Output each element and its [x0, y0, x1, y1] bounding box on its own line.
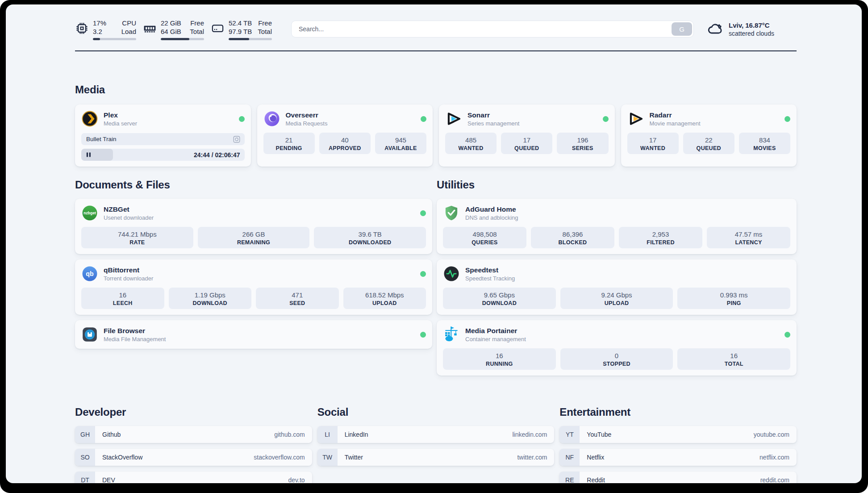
- bookmark-name: Reddit: [587, 476, 605, 483]
- stat-label: FILTERED: [621, 239, 701, 246]
- app-subtitle: Container management: [465, 336, 526, 343]
- search-engine-button[interactable]: G: [672, 22, 692, 36]
- stat-value: 16: [83, 291, 163, 299]
- disk-widget: 52.4 TBFree 97.9 TBTotal: [211, 18, 272, 40]
- bookmark-stackoverflow[interactable]: SO StackOverflow stackoverflow.com: [75, 449, 312, 466]
- stat-box: 196SERIES: [557, 133, 608, 154]
- stat-value: 0.993 ms: [679, 291, 789, 299]
- stat-label: UPLOAD: [562, 300, 672, 306]
- stat-box: 21PENDING: [263, 133, 315, 154]
- cpu-percent: 17%: [93, 19, 106, 27]
- disk-icon: [211, 21, 225, 35]
- app-card-overseerr[interactable]: Overseerr Media Requests 21PENDING 40APP…: [257, 104, 433, 167]
- stat-box: 744.21 MbpsRATE: [81, 227, 193, 248]
- section-title-media: Media: [75, 84, 797, 96]
- app-card-sonarr[interactable]: Sonarr Series management 485WANTED 17QUE…: [439, 104, 615, 167]
- bookmark-name: LinkedIn: [345, 431, 368, 438]
- utilities-column: Utilities AdGuard Home DNS and adblockin…: [437, 179, 797, 381]
- bookmark-netflix[interactable]: NF Netflix netflix.com: [559, 449, 797, 466]
- stat-label: RUNNING: [445, 361, 554, 367]
- bookmark-abbr: RE: [559, 472, 580, 483]
- filebrowser-icon: [81, 326, 98, 343]
- session-screen-icon[interactable]: [233, 135, 241, 143]
- bookmark-dev[interactable]: DT DEV dev.to: [75, 472, 312, 483]
- stat-value: 17: [503, 136, 551, 144]
- bookmark-twitter[interactable]: TW Twitter twitter.com: [317, 449, 555, 466]
- stat-label: PENDING: [265, 145, 313, 151]
- stat-box: 945AVAILABLE: [375, 133, 426, 154]
- disk-total-value: 97.9 TB: [229, 27, 252, 36]
- bookmark-name: DEV: [102, 476, 115, 483]
- bookmark-name: Twitter: [345, 454, 363, 461]
- status-dot: [420, 271, 426, 277]
- bookmark-abbr: GH: [75, 426, 95, 443]
- ram-icon: [143, 21, 157, 35]
- stat-value: 21: [265, 136, 313, 144]
- stat-value: 17: [629, 136, 677, 144]
- stat-value: 86,396: [533, 230, 613, 238]
- app-subtitle: Usenet downloader: [104, 214, 154, 221]
- app-card-speedtest[interactable]: Speedtest Speedtest Tracking 9.65 GbpsDO…: [437, 259, 797, 315]
- stat-box: 498,508QUERIES: [443, 227, 526, 248]
- stat-box: 16RUNNING: [443, 348, 556, 370]
- stat-label: UPLOAD: [345, 300, 425, 306]
- overseerr-icon: [263, 110, 280, 127]
- stat-box: 618.52 MbpsUPLOAD: [343, 288, 426, 309]
- cpu-icon: [75, 21, 89, 35]
- app-card-nzbget[interactable]: nzbget NZBGet Usenet downloader 744.21 M…: [75, 199, 432, 254]
- app-card-filebrowser[interactable]: File Browser Media File Management: [75, 320, 432, 349]
- weather-condition: scattered clouds: [729, 29, 774, 38]
- app-subtitle: Torrent downloader: [104, 275, 153, 282]
- stat-value: 266 GB: [200, 230, 308, 238]
- cpu-label-bottom: Load: [121, 27, 136, 36]
- playback-progress: 24:44 / 02:06:47: [81, 149, 245, 161]
- disk-label-bottom: Total: [258, 27, 272, 36]
- cloud-icon: [707, 21, 723, 37]
- app-card-portainer[interactable]: Media Portainer Container management 16R…: [437, 320, 797, 376]
- bookmark-url: stackoverflow.com: [254, 454, 305, 461]
- app-card-qbittorrent[interactable]: qb qBittorrent Torrent downloader 16LEEC…: [75, 259, 432, 315]
- status-dot: [603, 116, 609, 122]
- pause-icon: [86, 152, 92, 158]
- stat-label: STOPPED: [562, 361, 672, 367]
- app-card-adguard[interactable]: AdGuard Home DNS and adblocking 498,508Q…: [437, 199, 797, 254]
- topbar-divider: [75, 50, 797, 51]
- app-name: NZBGet: [104, 205, 154, 213]
- stat-label: DOWNLOADED: [316, 239, 424, 246]
- qbittorrent-icon-label: qb: [86, 270, 94, 277]
- stat-value: 618.52 Mbps: [345, 291, 425, 299]
- now-playing-bar: Bullet Train: [81, 133, 245, 145]
- app-card-radarr[interactable]: Radarr Movie management 17WANTED 22QUEUE…: [621, 104, 797, 167]
- media-grid: Plex Media server Bullet Train 24:44 / 0…: [75, 104, 797, 167]
- stat-label: RATE: [83, 239, 192, 246]
- stat-box: 16LEECH: [81, 288, 164, 309]
- stat-value: 0: [562, 351, 672, 360]
- bookmark-abbr: DT: [75, 472, 95, 483]
- app-subtitle: Series management: [467, 120, 519, 127]
- search-input[interactable]: [291, 21, 694, 38]
- dashboard: 17%CPU 3.2Load 22 GiBFree 64 GiBTotal: [6, 4, 862, 483]
- bookmark-github[interactable]: GH Github github.com: [75, 426, 312, 443]
- stat-label: PING: [679, 300, 789, 306]
- stat-label: SEED: [258, 300, 337, 306]
- bookmark-reddit[interactable]: RE Reddit reddit.com: [559, 472, 797, 483]
- stat-value: 9.24 Gbps: [562, 291, 672, 299]
- stat-box: 9.65 GbpsDOWNLOAD: [443, 288, 556, 309]
- cpu-load-value: 3.2: [93, 27, 102, 36]
- stat-box: 0.993 msPING: [677, 288, 790, 309]
- stat-value: 9.65 Gbps: [445, 291, 554, 299]
- bookmark-url: github.com: [274, 431, 305, 438]
- stat-box: 39.6 TBDOWNLOADED: [314, 227, 426, 248]
- memory-widget: 22 GiBFree 64 GiBTotal: [143, 18, 204, 40]
- bookmark-linkedin[interactable]: LI LinkedIn linkedin.com: [317, 426, 555, 443]
- stat-label: DOWNLOAD: [171, 300, 250, 306]
- status-dot: [420, 332, 426, 338]
- stat-label: AVAILABLE: [377, 145, 425, 151]
- disk-free-value: 52.4 TB: [229, 19, 252, 27]
- documents-column: Documents & Files nzbget NZBGet Usenet d…: [75, 179, 432, 381]
- stat-label: BLOCKED: [533, 239, 613, 246]
- stat-value: 498,508: [445, 230, 525, 238]
- app-card-plex[interactable]: Plex Media server Bullet Train 24:44 / 0…: [75, 104, 251, 167]
- bookmark-youtube[interactable]: YT YouTube youtube.com: [559, 426, 797, 443]
- stat-label: REMAINING: [200, 239, 308, 246]
